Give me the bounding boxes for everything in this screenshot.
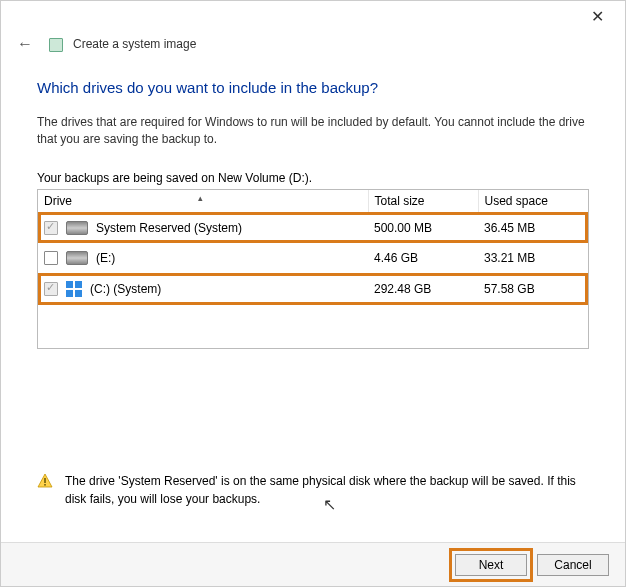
col-total-size[interactable]: Total size: [368, 190, 478, 213]
close-icon[interactable]: ✕: [577, 7, 617, 26]
warning-icon: [37, 473, 53, 489]
warning-text: The drive 'System Reserved' is on the sa…: [65, 473, 589, 508]
drive-label: (C:) (System): [90, 282, 161, 296]
description-text: The drives that are required for Windows…: [37, 114, 589, 149]
window-title: Create a system image: [73, 37, 196, 51]
drive-checkbox[interactable]: [44, 251, 58, 265]
svg-rect-1: [44, 484, 45, 486]
footer: Next Cancel: [1, 542, 625, 586]
used-space-cell: 36.45 MB: [478, 212, 588, 243]
drive-checkbox: [44, 221, 58, 235]
drives-table: Drive Total size Used space System Reser…: [37, 189, 589, 349]
app-icon: [47, 36, 63, 52]
svg-rect-0: [44, 478, 45, 483]
table-row[interactable]: System Reserved (System)500.00 MB36.45 M…: [38, 212, 588, 243]
col-drive[interactable]: Drive: [38, 190, 368, 213]
drive-label: (E:): [96, 251, 115, 265]
total-size-cell: 500.00 MB: [368, 212, 478, 243]
saved-to-label: Your backups are being saved on New Volu…: [37, 171, 589, 185]
back-button[interactable]: ←: [13, 35, 37, 53]
table-row[interactable]: (E:)4.46 GB33.21 MB: [38, 243, 588, 273]
total-size-cell: 4.46 GB: [368, 243, 478, 273]
cancel-button[interactable]: Cancel: [537, 554, 609, 576]
windows-drive-icon: [66, 281, 82, 297]
table-row[interactable]: (C:) (System)292.48 GB57.58 GB: [38, 273, 588, 305]
drive-checkbox: [44, 282, 58, 296]
used-space-cell: 57.58 GB: [478, 273, 588, 305]
hdd-icon: [66, 251, 88, 265]
warning-row: The drive 'System Reserved' is on the sa…: [37, 473, 589, 508]
col-used-space[interactable]: Used space: [478, 190, 588, 213]
hdd-icon: [66, 221, 88, 235]
total-size-cell: 292.48 GB: [368, 273, 478, 305]
drive-label: System Reserved (System): [96, 221, 242, 235]
used-space-cell: 33.21 MB: [478, 243, 588, 273]
next-button[interactable]: Next: [455, 554, 527, 576]
header: ← Create a system image: [1, 31, 625, 63]
page-heading: Which drives do you want to include in t…: [37, 79, 589, 96]
